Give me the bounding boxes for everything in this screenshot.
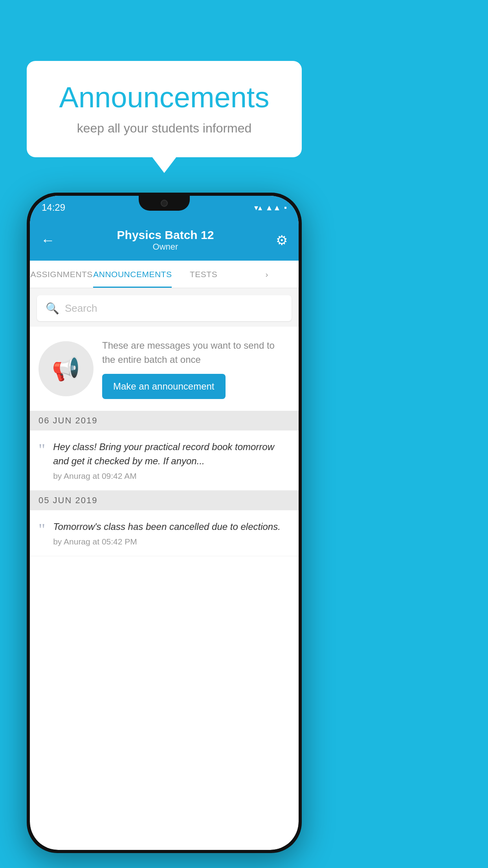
promo-card: 📢 These are messages you want to send to… [30,327,299,411]
tab-more[interactable]: › [235,261,299,288]
announcement-meta-1: by Anurag at 09:42 AM [53,471,290,481]
announcement-icon: 📢 [52,355,80,382]
status-icons: ▾▴ ▲▲ ▪ [254,203,287,212]
speech-bubble: Announcements keep all your students inf… [27,61,302,157]
search-icon: 🔍 [46,302,59,315]
make-announcement-button[interactable]: Make an announcement [102,374,226,399]
bubble-subtitle: keep all your students informed [50,121,278,136]
tab-assignments[interactable]: ASSIGNMENTS [30,261,93,288]
tab-bar: ASSIGNMENTS ANNOUNCEMENTS TESTS › [30,261,299,288]
camera-dot [161,200,168,207]
bubble-title: Announcements [50,81,278,114]
header-subtitle: Owner [117,242,214,252]
announcement-text-2: Tomorrow's class has been cancelled due … [53,520,290,546]
announcement-item-1[interactable]: " Hey class! Bring your practical record… [30,430,299,491]
date-separator-2: 05 JUN 2019 [30,491,299,510]
wifi-icon: ▾▴ [254,203,262,212]
phone-inner: 14:29 ▾▴ ▲▲ ▪ ← Physics Batch 12 Owner ⚙… [30,196,299,850]
header-center: Physics Batch 12 Owner [117,228,214,252]
battery-icon: ▪ [284,203,287,212]
announcement-item-2[interactable]: " Tomorrow's class has been cancelled du… [30,510,299,556]
settings-icon[interactable]: ⚙ [276,232,288,248]
status-time: 14:29 [42,202,65,213]
screen-content: 🔍 Search 📢 These are messages you want t… [30,288,299,556]
announcement-message-2: Tomorrow's class has been cancelled due … [53,520,290,534]
promo-right: These are messages you want to send to t… [102,338,290,399]
phone-frame: 14:29 ▾▴ ▲▲ ▪ ← Physics Batch 12 Owner ⚙… [27,193,302,853]
date-separator-1: 06 JUN 2019 [30,411,299,430]
app-header: ← Physics Batch 12 Owner ⚙ [30,219,299,261]
signal-icon: ▲▲ [265,203,281,212]
quote-icon-2: " [39,521,45,546]
announcement-meta-2: by Anurag at 05:42 PM [53,537,290,546]
quote-icon-1: " [39,441,45,481]
search-input[interactable]: Search [65,302,97,314]
promo-description: These are messages you want to send to t… [102,338,290,367]
speech-bubble-wrapper: Announcements keep all your students inf… [27,61,302,157]
phone-screen: 14:29 ▾▴ ▲▲ ▪ ← Physics Batch 12 Owner ⚙… [30,196,299,850]
promo-icon-circle: 📢 [39,341,94,396]
tab-tests[interactable]: TESTS [172,261,235,288]
phone-notch [139,196,190,211]
announcement-text-1: Hey class! Bring your practical record b… [53,440,290,481]
back-button[interactable]: ← [41,232,55,248]
header-title: Physics Batch 12 [117,228,214,242]
search-bar[interactable]: 🔍 Search [37,295,292,321]
tab-announcements[interactable]: ANNOUNCEMENTS [93,261,172,288]
announcement-message-1: Hey class! Bring your practical record b… [53,440,290,468]
